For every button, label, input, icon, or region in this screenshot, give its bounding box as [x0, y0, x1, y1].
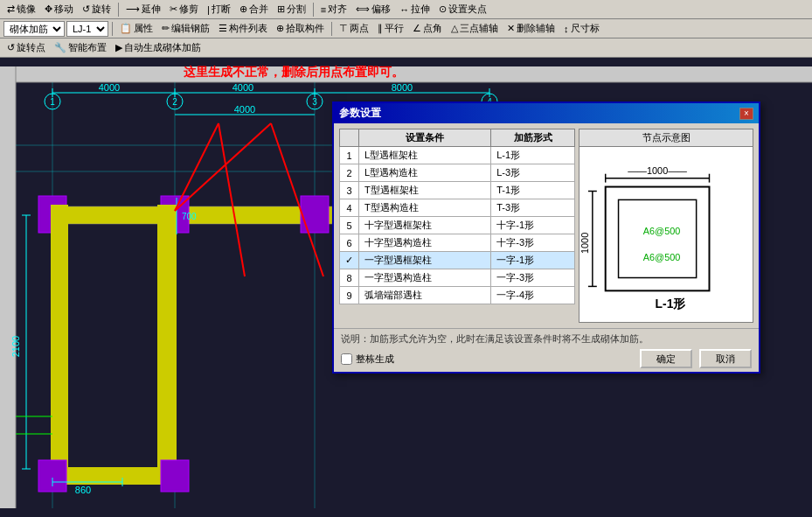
row-num: 4 — [340, 199, 359, 217]
row-form: L-3形 — [491, 164, 575, 182]
table-row[interactable]: 1 L型遇框架柱 L-1形 — [340, 147, 575, 164]
toolbar-btn-trim[interactable]: ✂ 修剪 — [166, 2, 202, 17]
toolbar-btn-setpoint[interactable]: ⊙ 设置夹点 — [435, 2, 490, 17]
svg-text:8000: 8000 — [392, 82, 413, 93]
conditions-table: 设置条件 加筋形式 1 L型遇框架柱 L-1形 2 L型遇构造柱 L-3形 3 … — [339, 129, 575, 304]
table-row[interactable]: ✓ 一字型遇框架柱 一字-1形 — [340, 252, 575, 269]
col-form-header: 加筋形式 — [491, 129, 575, 147]
btn-pick-member[interactable]: ⊕ 拾取构件 — [273, 21, 328, 36]
row-condition: 一字型遇框架柱 — [359, 252, 491, 269]
row-num: 3 — [340, 182, 359, 199]
row-form: L-1形 — [491, 147, 575, 164]
svg-rect-36 — [51, 205, 68, 476]
btn-property[interactable]: 📋 属性 — [116, 21, 156, 36]
toolbar-btn-split[interactable]: ⊞ 分割 — [274, 2, 309, 17]
toolbar-btn-extend[interactable]: ⟶ 延伸 — [122, 2, 164, 17]
toolbar-top: ⇄ 镜像 ✥ 移动 ↺ 旋转 ⟶ 延伸 ✂ 修剪 | 打断 ⊕ 合并 ⊞ 分割 … — [0, 0, 812, 19]
row-condition: L型遇构造柱 — [359, 164, 491, 182]
preview-svg: ——1000—— 1000 A6@500 A6@500 — [580, 147, 753, 322]
svg-text:4000: 4000 — [234, 104, 255, 115]
row-num: 6 — [340, 234, 359, 252]
toolbar-btn-rotate[interactable]: ↺ 旋转 — [79, 2, 115, 17]
table-row[interactable]: 6 十字型遇构造柱 十字-3形 — [340, 234, 575, 252]
toolbar-btn-offset[interactable]: ⟺ 偏移 — [352, 2, 394, 17]
dialog-title: 参数设置 — [339, 106, 381, 121]
type-combo[interactable]: 砌体加筋 — [3, 21, 65, 37]
preview-section: 节点示意图 ——1000—— 1000 — [579, 129, 753, 323]
table-row[interactable]: 8 一字型遇构造柱 一字-3形 — [340, 269, 575, 287]
row-form: T-1形 — [491, 182, 575, 199]
btn-point-angle[interactable]: ∠ 点角 — [409, 21, 446, 36]
dialog-buttons: 确定 取消 — [640, 349, 752, 368]
table-row[interactable]: 4 T型遇构造柱 T-3形 — [340, 199, 575, 217]
id-combo[interactable]: LJ-1 — [66, 21, 108, 37]
row-form: 十字-3形 — [491, 234, 575, 252]
dialog-footer: 整栋生成 确定 取消 — [341, 349, 752, 368]
row-condition: 十字型遇构造柱 — [359, 234, 491, 252]
btn-three-points[interactable]: △ 三点辅轴 — [448, 21, 502, 36]
row-num: 9 — [340, 287, 359, 304]
btn-parallel[interactable]: ∥ 平行 — [374, 21, 407, 36]
row-form: 一字-3形 — [491, 269, 575, 287]
toolbar-btn-mirror[interactable]: ⇄ 镜像 — [3, 2, 39, 17]
checkbox-label[interactable]: 整栋生成 — [341, 353, 394, 366]
params-dialog: 参数设置 × 设置条件 加筋形式 1 L型遇框架柱 — [332, 101, 760, 374]
dialog-bottom: 说明：加筋形式允许为空，此时在满足该设置条件时将不生成砌体加筋。 整栋生成 确定… — [334, 328, 759, 372]
btn-member-list[interactable]: ☰ 构件列表 — [215, 21, 271, 36]
row-form: 一字-4形 — [491, 287, 575, 304]
toolbar-btn-join[interactable]: ⊕ 合并 — [236, 2, 272, 17]
row-condition: 一字型遇构造柱 — [359, 269, 491, 287]
btn-dimension[interactable]: ↕ 尺寸标 — [560, 21, 603, 36]
btn-del-aux[interactable]: ✕ 删除辅轴 — [503, 21, 559, 36]
btn-two-points[interactable]: ⊤ 两点 — [336, 21, 372, 36]
checkbox-text: 整栋生成 — [356, 353, 394, 366]
toolbar-btn-align[interactable]: ≡ 对齐 — [317, 2, 350, 17]
svg-rect-2 — [0, 66, 16, 508]
dialog-close-button[interactable]: × — [739, 108, 753, 120]
row-condition: 弧墙端部遇柱 — [359, 287, 491, 304]
row-num: ✓ — [340, 252, 359, 269]
svg-rect-39 — [38, 460, 66, 492]
dialog-content: 设置条件 加筋形式 1 L型遇框架柱 L-1形 2 L型遇构造柱 L-3形 3 … — [334, 123, 759, 328]
svg-text:4000: 4000 — [99, 82, 120, 93]
svg-rect-40 — [161, 460, 189, 492]
svg-text:——1000——: ——1000—— — [628, 165, 687, 176]
row-condition: L型遇框架柱 — [359, 147, 491, 164]
row-form: 十字-1形 — [491, 217, 575, 234]
svg-text:1000: 1000 — [580, 233, 590, 254]
table-row[interactable]: 2 L型遇构造柱 L-3形 — [340, 164, 575, 182]
row-num: 8 — [340, 269, 359, 287]
btn-auto-gen[interactable]: ▶ 自动生成砌体加筋 — [112, 40, 205, 55]
toolbar-btn-stretch[interactable]: ↔ 拉伸 — [396, 2, 434, 17]
row-num: 5 — [340, 217, 359, 234]
dialog-note: 说明：加筋形式允许为空，此时在满足该设置条件时将不生成砌体加筋。 — [341, 332, 752, 346]
table-row[interactable]: 3 T型遇框架柱 T-1形 — [340, 182, 575, 199]
toolbar-third: ↺ 旋转点 🔧 智能布置 ▶ 自动生成砌体加筋 — [0, 38, 812, 58]
svg-text:2: 2 — [172, 97, 177, 107]
table-row[interactable]: 9 弧墙端部遇柱 一字-4形 — [340, 287, 575, 304]
table-row[interactable]: 5 十字型遇框架柱 十字-1形 — [340, 217, 575, 234]
toolbar-btn-break[interactable]: | 打断 — [204, 2, 234, 17]
ok-button[interactable]: 确定 — [640, 349, 692, 368]
svg-text:A6@500: A6@500 — [643, 226, 681, 236]
col-condition-header: 设置条件 — [359, 129, 491, 147]
toolbar-btn-move[interactable]: ✥ 移动 — [41, 2, 77, 17]
whole-building-checkbox[interactable] — [341, 353, 352, 365]
dialog-titlebar: 参数设置 × — [334, 103, 759, 123]
btn-edit-rebar[interactable]: ✏ 编辑钢筋 — [158, 21, 213, 36]
row-num: 1 — [340, 147, 359, 164]
preview-canvas: ——1000—— 1000 A6@500 A6@500 — [580, 147, 753, 322]
preview-title: 节点示意图 — [580, 129, 753, 147]
btn-smart-layout[interactable]: 🔧 智能布置 — [51, 40, 110, 55]
svg-text:3: 3 — [312, 97, 317, 107]
svg-text:1: 1 — [50, 97, 55, 107]
svg-rect-37 — [157, 205, 177, 476]
row-condition: T型遇构造柱 — [359, 199, 491, 217]
btn-rotate-point[interactable]: ↺ 旋转点 — [3, 40, 49, 55]
cancel-button[interactable]: 取消 — [699, 349, 752, 368]
svg-text:2100: 2100 — [10, 336, 21, 357]
svg-text:A6@500: A6@500 — [643, 252, 681, 262]
svg-text:L-1形: L-1形 — [656, 297, 687, 311]
row-condition: 十字型遇框架柱 — [359, 217, 491, 234]
svg-text:860: 860 — [75, 485, 91, 495]
